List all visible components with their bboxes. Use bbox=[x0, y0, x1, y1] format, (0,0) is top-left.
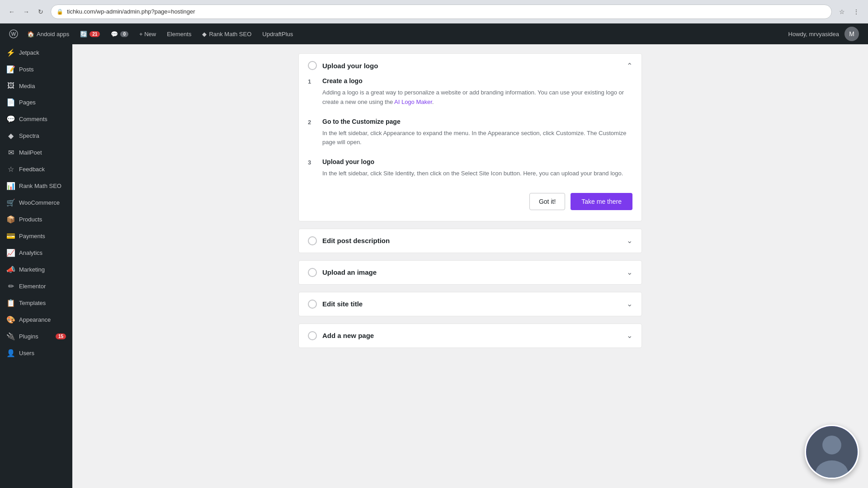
plugins-badge: 15 bbox=[56, 333, 66, 339]
admin-bar-updraftplus[interactable]: UpdraftPlus bbox=[257, 23, 298, 44]
admin-bar-elements[interactable]: Elements bbox=[161, 23, 197, 44]
pages-icon: 📄 bbox=[6, 98, 15, 107]
sidebar-item-woocommerce[interactable]: 🛒 WooCommerce bbox=[0, 194, 72, 211]
browser-actions: ☆ ⋮ bbox=[835, 5, 863, 18]
admin-bar-right: Howdy, mrvyasidea M bbox=[783, 27, 863, 41]
edit-post-desc-title: Edit post description bbox=[322, 237, 390, 244]
step-3-desc: In the left sidebar, click Site Identity… bbox=[322, 169, 623, 178]
sidebar-item-comments[interactable]: 💬 Comments bbox=[0, 111, 72, 127]
sidebar-item-products[interactable]: 📦 Products bbox=[0, 211, 72, 228]
avatar: M bbox=[844, 27, 859, 41]
sidebar: ⚡ Jetpack 📝 Posts 🖼 Media 📄 Pages 💬 Comm… bbox=[0, 44, 72, 488]
step-2-desc: In the left sidebar, click Appearance to… bbox=[322, 129, 632, 148]
step-1: 1 Create a logo Adding a logo is a great… bbox=[308, 77, 632, 107]
sidebar-item-users[interactable]: 👤 Users bbox=[0, 345, 72, 361]
add-new-page-checkbox[interactable] bbox=[308, 331, 317, 340]
upload-logo-title: Upload your logo bbox=[322, 62, 378, 70]
step-1-title: Create a logo bbox=[322, 77, 632, 84]
sidebar-item-analytics[interactable]: 📈 Analytics bbox=[0, 244, 72, 261]
ai-logo-maker-link[interactable]: AI Logo Maker bbox=[394, 99, 432, 105]
sidebar-label-rank-math-seo: Rank Math SEO bbox=[19, 183, 61, 189]
feedback-icon: ☆ bbox=[6, 165, 15, 174]
add-new-page-title: Add a new page bbox=[322, 332, 374, 339]
sidebar-label-pages: Pages bbox=[19, 99, 36, 106]
sidebar-item-feedback[interactable]: ☆ Feedback bbox=[0, 161, 72, 178]
upload-image-title: Upload an image bbox=[322, 268, 377, 276]
sidebar-item-pages[interactable]: 📄 Pages bbox=[0, 94, 72, 111]
edit-site-title-left: Edit site title bbox=[308, 300, 363, 309]
sidebar-label-marketing: Marketing bbox=[19, 266, 45, 273]
sidebar-item-mailpoet[interactable]: ✉ MailPoet bbox=[0, 144, 72, 161]
sidebar-item-marketing[interactable]: 📣 Marketing bbox=[0, 261, 72, 278]
upload-logo-checkbox[interactable] bbox=[308, 61, 317, 70]
sidebar-label-comments: Comments bbox=[19, 116, 47, 122]
step-2: 2 Go to the Customize page In the left s… bbox=[308, 118, 632, 148]
edit-post-desc-checkbox[interactable] bbox=[308, 236, 317, 245]
sidebar-item-posts[interactable]: 📝 Posts bbox=[0, 61, 72, 78]
sidebar-label-users: Users bbox=[19, 350, 34, 357]
edit-post-desc-chevron: ⌄ bbox=[627, 236, 632, 245]
new-label: + New bbox=[139, 31, 156, 38]
card-actions: Got it! Take me there bbox=[308, 189, 632, 210]
sidebar-label-analytics: Analytics bbox=[19, 249, 42, 256]
upload-image-checkbox[interactable] bbox=[308, 268, 317, 277]
upload-logo-card-header[interactable]: Upload your logo ⌃ bbox=[299, 54, 642, 77]
comments-icon: 💬 bbox=[111, 31, 118, 38]
templates-icon: 📋 bbox=[6, 299, 15, 307]
elements-label: Elements bbox=[167, 31, 191, 38]
take-me-there-button[interactable]: Take me there bbox=[571, 193, 632, 210]
upload-image-card: Upload an image ⌄ bbox=[298, 260, 642, 285]
sidebar-label-mailpoet: MailPoet bbox=[19, 149, 42, 156]
sidebar-item-spectra[interactable]: ◆ Spectra bbox=[0, 127, 72, 144]
admin-bar-comments[interactable]: 💬 0 bbox=[105, 23, 134, 44]
reload-button[interactable]: ↻ bbox=[34, 5, 47, 18]
sidebar-label-media: Media bbox=[19, 83, 35, 89]
step-2-number: 2 bbox=[308, 118, 315, 148]
howdy-text: Howdy, mrvyasidea bbox=[783, 31, 844, 38]
analytics-icon: 📈 bbox=[6, 249, 15, 257]
step-3-content: Upload your logo In the left sidebar, cl… bbox=[322, 158, 623, 178]
edit-post-desc-header[interactable]: Edit post description ⌄ bbox=[299, 229, 642, 253]
sidebar-item-media[interactable]: 🖼 Media bbox=[0, 78, 72, 94]
content-area: Upload your logo ⌃ 1 Create a logo Addin… bbox=[72, 44, 868, 488]
sidebar-item-plugins[interactable]: 🔌 Plugins 15 bbox=[0, 328, 72, 345]
step-1-desc-after: . bbox=[432, 99, 434, 105]
sidebar-item-templates[interactable]: 📋 Templates bbox=[0, 295, 72, 311]
edit-post-desc-left: Edit post description bbox=[308, 236, 390, 245]
wp-logo[interactable]: W bbox=[5, 23, 22, 44]
sidebar-item-appearance[interactable]: 🎨 Appearance bbox=[0, 311, 72, 328]
admin-bar-updates[interactable]: 🔄 21 bbox=[75, 23, 105, 44]
sidebar-label-elementor: Elementor bbox=[19, 283, 46, 290]
step-2-content: Go to the Customize page In the left sid… bbox=[322, 118, 632, 148]
forward-button[interactable]: → bbox=[20, 5, 33, 18]
sidebar-item-rank-math-seo[interactable]: 📊 Rank Math SEO bbox=[0, 178, 72, 194]
comments-badge: 0 bbox=[120, 31, 128, 37]
svg-text:M: M bbox=[849, 30, 854, 38]
rank-math-label: Rank Math SEO bbox=[209, 31, 251, 38]
browser-bar: ← → ↻ 🔒 tichku.com/wp-admin/admin.php?pa… bbox=[0, 0, 868, 23]
admin-bar-rank-math[interactable]: ◆ Rank Math SEO bbox=[197, 23, 257, 44]
sidebar-label-spectra: Spectra bbox=[19, 132, 39, 139]
svg-text:W: W bbox=[11, 31, 16, 37]
content-inner: Upload your logo ⌃ 1 Create a logo Addin… bbox=[289, 44, 651, 364]
step-1-number: 1 bbox=[308, 77, 315, 107]
add-new-page-chevron: ⌄ bbox=[627, 331, 632, 340]
back-button[interactable]: ← bbox=[5, 5, 18, 18]
sidebar-label-appearance: Appearance bbox=[19, 316, 51, 323]
url-text: tichku.com/wp-admin/admin.php?page=hosti… bbox=[67, 8, 195, 15]
sidebar-item-payments[interactable]: 💳 Payments bbox=[0, 228, 72, 244]
extensions-button[interactable]: ⋮ bbox=[850, 5, 863, 18]
address-bar[interactable]: 🔒 tichku.com/wp-admin/admin.php?page=hos… bbox=[51, 5, 832, 19]
sidebar-item-elementor[interactable]: ✏ Elementor bbox=[0, 278, 72, 295]
updates-icon: 🔄 bbox=[80, 31, 87, 38]
admin-bar-site[interactable]: 🏠 Andoid apps bbox=[22, 23, 75, 44]
got-it-button[interactable]: Got it! bbox=[529, 193, 565, 210]
upload-image-header[interactable]: Upload an image ⌄ bbox=[299, 261, 642, 284]
edit-site-title-header[interactable]: Edit site title ⌄ bbox=[299, 292, 642, 316]
bookmark-button[interactable]: ☆ bbox=[835, 5, 848, 18]
edit-site-title-checkbox[interactable] bbox=[308, 300, 317, 309]
add-new-page-header[interactable]: Add a new page ⌄ bbox=[299, 324, 642, 347]
admin-bar-new[interactable]: + New bbox=[134, 23, 161, 44]
sidebar-item-jetpack[interactable]: ⚡ Jetpack bbox=[0, 44, 72, 61]
edit-site-title-card: Edit site title ⌄ bbox=[298, 292, 642, 316]
